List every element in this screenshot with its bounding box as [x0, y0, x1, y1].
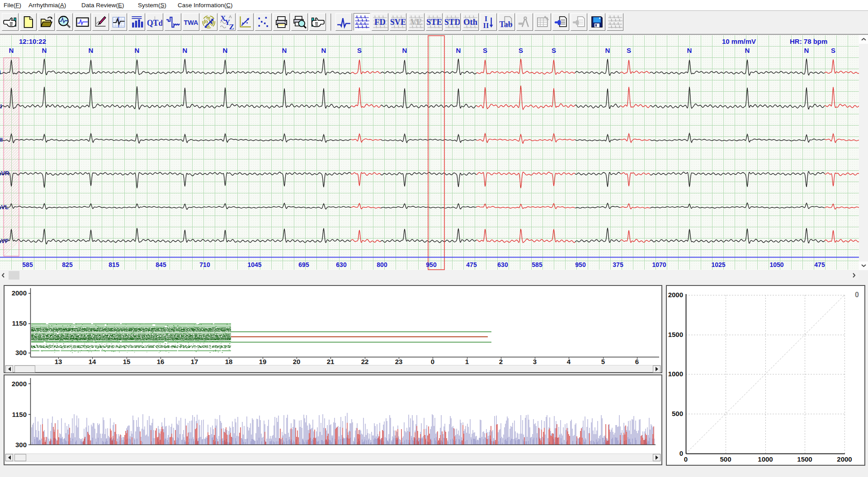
svg-text:825: 825: [62, 261, 73, 268]
svg-text:300: 300: [15, 441, 27, 449]
svg-text:13: 13: [55, 358, 62, 365]
svg-text:N: N: [135, 47, 140, 54]
svg-text:STD: STD: [445, 17, 460, 27]
svg-text:VE: VE: [410, 17, 422, 27]
svg-text:20: 20: [293, 358, 301, 365]
svg-text:II: II: [483, 21, 489, 29]
svg-text:aVF: aVF: [0, 238, 9, 244]
svg-text:950: 950: [575, 261, 586, 268]
svg-text:1000: 1000: [758, 455, 773, 463]
svg-text:TWA: TWA: [184, 19, 198, 26]
svg-text:19: 19: [259, 358, 267, 365]
svg-text:12:10:22: 12:10:22: [19, 37, 46, 45]
svg-text:695: 695: [298, 261, 309, 268]
svg-text:0: 0: [855, 291, 859, 299]
svg-text:S: S: [552, 47, 556, 54]
svg-text:FD: FD: [374, 17, 386, 27]
svg-text:1500: 1500: [797, 455, 812, 463]
svg-text:N: N: [223, 47, 228, 54]
svg-text:N: N: [89, 47, 94, 54]
svg-text:N: N: [402, 47, 407, 54]
svg-text:585: 585: [532, 261, 542, 268]
svg-text:N: N: [321, 47, 326, 54]
svg-text:500: 500: [720, 455, 731, 463]
svg-text:N: N: [605, 47, 610, 54]
svg-text:1070: 1070: [652, 261, 666, 268]
svg-text:Z: Z: [229, 23, 234, 29]
svg-text:16: 16: [157, 358, 165, 365]
svg-text:QTd: QTd: [147, 19, 162, 28]
svg-text:SVE: SVE: [391, 17, 406, 27]
svg-text:aVR: aVR: [0, 170, 9, 177]
svg-text:585: 585: [22, 261, 33, 268]
svg-text:5: 5: [601, 358, 605, 365]
svg-text:S: S: [519, 47, 523, 54]
svg-text:1150: 1150: [12, 319, 27, 327]
svg-text:2000: 2000: [12, 289, 27, 297]
svg-text:I: I: [0, 69, 1, 76]
svg-text:6: 6: [635, 358, 639, 365]
svg-text:4: 4: [567, 358, 571, 365]
svg-text:1045: 1045: [247, 261, 261, 268]
svg-text:800: 800: [377, 261, 387, 268]
svg-text:S: S: [831, 47, 835, 54]
svg-text:1: 1: [465, 358, 469, 365]
svg-text:15: 15: [123, 358, 131, 365]
svg-text:21: 21: [327, 358, 335, 365]
svg-text:2: 2: [499, 358, 503, 365]
svg-text:S: S: [483, 47, 487, 54]
svg-text:475: 475: [814, 261, 825, 268]
svg-text:1025: 1025: [711, 261, 725, 268]
svg-text:N: N: [42, 47, 47, 54]
svg-text:3: 3: [533, 358, 537, 365]
svg-text:375: 375: [613, 261, 623, 268]
svg-text:Oth: Oth: [463, 17, 478, 27]
svg-text:II: II: [0, 103, 2, 110]
svg-text:845: 845: [156, 261, 166, 268]
svg-text:10 mm/mV: 10 mm/mV: [722, 37, 756, 45]
svg-text:N: N: [745, 47, 750, 54]
svg-text:815: 815: [108, 261, 119, 268]
svg-text:III: III: [0, 136, 3, 143]
svg-text:630: 630: [336, 261, 347, 268]
svg-text:14: 14: [89, 358, 96, 365]
svg-text:1000: 1000: [668, 370, 683, 378]
svg-text:aVL: aVL: [0, 204, 9, 210]
svg-text:23: 23: [395, 358, 403, 365]
svg-text:22: 22: [361, 358, 369, 365]
svg-text:S: S: [357, 47, 362, 54]
svg-text:S: S: [627, 47, 631, 54]
svg-text:STE: STE: [427, 17, 442, 27]
svg-text:1050: 1050: [769, 261, 783, 268]
svg-text:2000: 2000: [837, 455, 852, 463]
svg-text:N: N: [804, 47, 809, 54]
svg-text:17: 17: [191, 358, 198, 365]
svg-text:500: 500: [672, 410, 683, 417]
svg-text:N: N: [282, 47, 287, 54]
svg-text:300: 300: [15, 349, 27, 356]
svg-text:1500: 1500: [668, 331, 683, 338]
svg-text:0: 0: [431, 358, 434, 365]
svg-text:N: N: [687, 47, 692, 54]
svg-text:18: 18: [225, 358, 233, 365]
svg-text:630: 630: [497, 261, 508, 268]
svg-text:2000: 2000: [668, 291, 683, 299]
svg-text:1150: 1150: [12, 411, 27, 418]
svg-text:0: 0: [679, 449, 683, 457]
svg-text:Tab: Tab: [500, 20, 513, 29]
svg-text:2000: 2000: [12, 380, 27, 388]
svg-text:N: N: [9, 47, 14, 54]
svg-text:N: N: [183, 47, 188, 54]
svg-text:N: N: [456, 47, 461, 54]
svg-text:710: 710: [199, 261, 210, 268]
svg-text:0: 0: [684, 455, 688, 463]
svg-text:HR: 78 bpm: HR: 78 bpm: [790, 37, 827, 45]
svg-text:475: 475: [466, 261, 477, 268]
svg-text:950: 950: [426, 261, 437, 268]
